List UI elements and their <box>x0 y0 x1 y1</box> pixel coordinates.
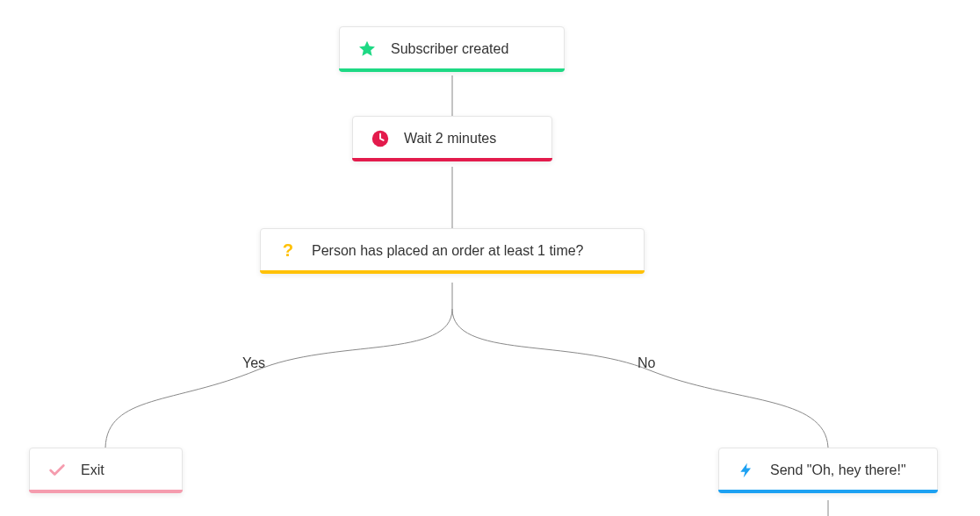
condition-label: Person has placed an order at least 1 ti… <box>312 243 584 259</box>
wait-node[interactable]: Wait 2 minutes <box>352 116 552 161</box>
bolt-icon <box>737 461 756 480</box>
send-label: Send "Oh, hey there!" <box>770 462 906 478</box>
trigger-node[interactable]: Subscriber created <box>339 26 565 72</box>
branch-yes-label: Yes <box>242 355 265 371</box>
check-icon <box>47 461 67 480</box>
exit-node[interactable]: Exit <box>29 448 183 493</box>
condition-node[interactable]: ? Person has placed an order at least 1 … <box>260 228 645 274</box>
condition-accent <box>260 270 645 274</box>
wait-accent <box>352 158 552 161</box>
wait-label: Wait 2 minutes <box>404 131 496 147</box>
clock-icon <box>371 129 390 148</box>
trigger-accent <box>339 68 565 72</box>
svg-text:?: ? <box>283 241 293 260</box>
question-icon: ? <box>278 241 298 261</box>
exit-label: Exit <box>81 462 104 478</box>
branch-no-label: No <box>638 355 655 371</box>
send-node[interactable]: Send "Oh, hey there!" <box>718 448 938 493</box>
star-icon <box>357 39 377 59</box>
send-accent <box>718 490 938 493</box>
trigger-label: Subscriber created <box>391 41 508 57</box>
exit-accent <box>29 490 183 493</box>
